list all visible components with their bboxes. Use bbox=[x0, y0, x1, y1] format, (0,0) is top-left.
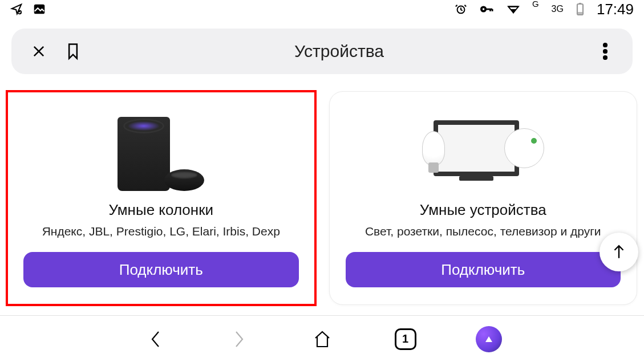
vpn-key-icon bbox=[480, 3, 495, 15]
tabs-count: 1 bbox=[402, 332, 408, 345]
close-icon[interactable] bbox=[27, 40, 50, 63]
tabs-button[interactable]: 1 bbox=[392, 326, 419, 352]
wifi-signal-1 bbox=[507, 5, 520, 14]
card-title: Умные колонки bbox=[108, 201, 213, 219]
card-smart-speakers[interactable]: Умные колонки Яндекс, JBL, Prestigio, LG… bbox=[7, 91, 315, 305]
svg-rect-6 bbox=[579, 3, 581, 5]
more-icon[interactable] bbox=[594, 40, 617, 63]
bottom-nav: 1 bbox=[0, 315, 644, 362]
home-button[interactable] bbox=[309, 326, 335, 352]
browser-top-bar: Устройства bbox=[11, 29, 633, 74]
svg-point-9 bbox=[604, 50, 607, 53]
devices-illustration bbox=[420, 105, 546, 191]
status-bar: G 3G 17:49 bbox=[0, 0, 644, 18]
alice-button[interactable] bbox=[476, 326, 502, 352]
card-subtitle: Яндекс, JBL, Prestigio, LG, Elari, Irbis… bbox=[42, 225, 280, 238]
bookmark-icon[interactable] bbox=[62, 40, 84, 63]
svg-point-8 bbox=[604, 43, 607, 47]
back-button[interactable] bbox=[143, 326, 169, 352]
image-icon bbox=[33, 3, 46, 15]
connect-button[interactable]: Подключить bbox=[23, 252, 299, 287]
svg-point-10 bbox=[604, 56, 607, 59]
speakers-illustration bbox=[98, 105, 224, 191]
location-icon bbox=[10, 3, 23, 15]
card-title: Умные устройства bbox=[420, 201, 546, 219]
scroll-top-button[interactable] bbox=[600, 233, 638, 271]
battery-icon bbox=[576, 2, 584, 16]
network-label-1: G bbox=[532, 0, 539, 8]
clock-time: 17:49 bbox=[597, 1, 634, 18]
network-label-2: 3G bbox=[552, 4, 564, 14]
forward-button bbox=[226, 326, 252, 352]
page-title: Устройства bbox=[84, 42, 594, 61]
connect-button[interactable]: Подключить bbox=[346, 252, 621, 287]
alarm-icon bbox=[455, 3, 467, 15]
svg-point-4 bbox=[483, 8, 485, 10]
card-subtitle: Свет, розетки, пылесос, телевизор и друг… bbox=[365, 225, 601, 238]
svg-rect-7 bbox=[578, 12, 582, 14]
content-area: Умные колонки Яндекс, JBL, Prestigio, LG… bbox=[0, 91, 644, 305]
card-smart-devices[interactable]: Умные устройства Свет, розетки, пылесос,… bbox=[329, 91, 638, 305]
